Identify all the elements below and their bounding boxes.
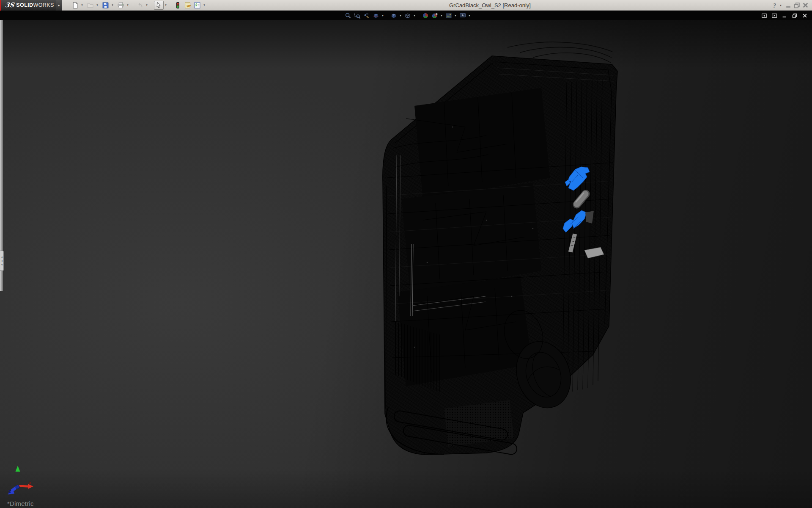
undo-icon	[135, 1, 145, 10]
logo-red-accent	[0, 0, 1, 11]
wireframe-tower-model[interactable]	[383, 42, 617, 455]
file-properties-icon[interactable]	[183, 1, 192, 10]
brand-light: WORKS	[33, 2, 54, 8]
menu-band: ▾▾▾▾▾▾	[0, 11, 812, 20]
select-icon[interactable]	[154, 1, 164, 10]
edit-appearance-icon[interactable]	[430, 11, 439, 19]
triad-origin	[16, 485, 19, 489]
brand-wordmark: SOLIDWORKS	[16, 2, 54, 8]
dropdown-arrow-icon[interactable]: ▾	[126, 3, 130, 7]
options-icon[interactable]	[192, 1, 202, 10]
open-icon	[85, 1, 95, 10]
dropdown-arrow-icon[interactable]: ▾	[110, 3, 115, 7]
pane-expand-left-icon[interactable]	[760, 12, 768, 19]
dropdown-arrow-icon[interactable]: ▾	[381, 14, 385, 17]
model-wireframe-canvas[interactable]: X Z	[0, 20, 812, 508]
zoom-to-fit-icon[interactable]	[343, 11, 353, 19]
titlebar-window-controls: ?▾	[770, 0, 809, 11]
triad-y-arrow	[16, 466, 20, 472]
brand-3ds-glyph: 3S	[5, 1, 15, 9]
child-window-controls	[760, 11, 809, 19]
brand-bold: SOLID	[16, 2, 33, 8]
collapse-arrow-icon: ◂	[1, 256, 2, 258]
apply-scene-icon[interactable]	[444, 11, 453, 19]
print-icon[interactable]	[116, 1, 126, 10]
orientation-triad: X Z	[8, 466, 33, 494]
child-close-icon[interactable]	[801, 12, 809, 19]
featuremanager-splitter[interactable]: ◂ ◂ ◂	[0, 20, 3, 291]
dropdown-arrow-icon[interactable]: ▾	[80, 3, 84, 7]
solidworks-logo: 3S SOLIDWORKS	[0, 0, 56, 11]
hide-show-items-icon[interactable]	[421, 11, 430, 19]
title-bar: 3S SOLIDWORKS ▸ ▾▾▾▾▾▾▾ GrCadBlack_Owl_S…	[0, 0, 812, 11]
previous-view-icon[interactable]	[362, 11, 371, 19]
triad-z-label: Z	[8, 489, 11, 494]
zoom-to-area-icon[interactable]	[353, 11, 362, 19]
help-icon[interactable]: ?	[770, 1, 779, 10]
triad-x-label: X	[29, 481, 31, 485]
new-document-icon[interactable]	[70, 1, 80, 10]
restore-icon[interactable]	[793, 1, 801, 10]
collapse-arrow-icon: ◂	[1, 260, 2, 262]
solidworks-window: 3S SOLIDWORKS ▸ ▾▾▾▾▾▾▾ GrCadBlack_Owl_S…	[0, 0, 812, 508]
dropdown-arrow-icon[interactable]: ▾	[398, 14, 403, 17]
view-settings-icon[interactable]	[458, 11, 467, 19]
document-title: GrCadBlack_Owl_S2 [Read-only]	[449, 0, 531, 11]
featuremanager-collapse-tab[interactable]: ◂ ◂ ◂	[0, 251, 4, 271]
section-view-icon[interactable]	[371, 11, 381, 19]
display-style-icon[interactable]	[403, 11, 412, 19]
dropdown-arrow-icon[interactable]: ▾	[412, 14, 417, 17]
child-minimize-icon[interactable]	[781, 12, 788, 19]
save-icon[interactable]	[101, 1, 110, 10]
pane-expand-right-icon[interactable]	[771, 12, 778, 19]
dropdown-arrow-icon[interactable]: ▾	[202, 3, 206, 7]
standard-toolbar: ▾▾▾▾▾▾▾	[62, 0, 208, 11]
view-orientation-label: *Dimetric	[7, 500, 34, 507]
dropdown-arrow-icon[interactable]: ▾	[439, 14, 444, 17]
child-restore-icon[interactable]	[791, 12, 798, 19]
svg-text:?: ?	[773, 3, 776, 9]
dropdown-arrow-icon[interactable]: ▾	[467, 14, 472, 17]
headsup-view-toolbar: ▾▾▾▾▾▾	[343, 11, 472, 19]
rebuild-traffic-light-icon[interactable]	[173, 1, 183, 10]
view-orientation-icon[interactable]	[389, 11, 398, 19]
minimize-icon[interactable]	[784, 1, 793, 10]
dropdown-arrow-icon[interactable]: ▾	[779, 4, 783, 7]
dropdown-arrow-icon[interactable]: ▾	[453, 14, 458, 17]
menu-expand-button[interactable]: ▸	[56, 0, 62, 11]
expander-arrow-icon: ▸	[58, 3, 60, 7]
dropdown-arrow-icon[interactable]: ▾	[145, 3, 149, 7]
dropdown-arrow-icon[interactable]: ▾	[95, 3, 99, 7]
graphics-viewport[interactable]: X Z ◂ ◂ ◂ *Dimetric	[0, 20, 812, 508]
close-icon[interactable]	[801, 1, 809, 10]
collapse-arrow-icon: ◂	[1, 263, 2, 266]
dropdown-arrow-icon[interactable]: ▾	[164, 3, 168, 7]
